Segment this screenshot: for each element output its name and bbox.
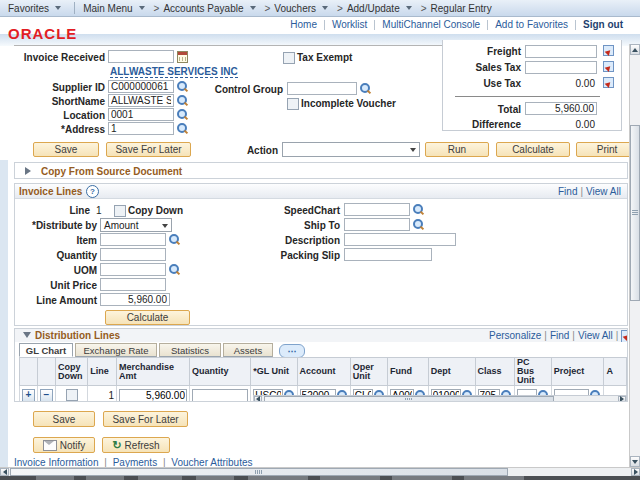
- supplier-name-link[interactable]: ALLWASTE SERVICES INC: [110, 66, 238, 78]
- refresh-button[interactable]: ↻Refresh: [102, 437, 170, 453]
- grid-scrollbar-thumb[interactable]: [264, 396, 554, 402]
- view-all-link[interactable]: View All: [586, 186, 621, 197]
- calendar-icon[interactable]: [177, 51, 188, 63]
- show-all-columns-icon[interactable]: ⋯: [279, 344, 305, 358]
- incomplete-voucher-label: Incomplete Voucher: [301, 98, 396, 109]
- notify-button[interactable]: Notify: [33, 437, 95, 453]
- tab-gl-chart[interactable]: GL Chart: [19, 343, 73, 357]
- distribute-by-select[interactable]: Amount: [100, 218, 172, 232]
- supplier-id-input[interactable]: [108, 80, 174, 93]
- incomplete-voucher-checkbox[interactable]: [287, 98, 299, 110]
- location-lookup-icon[interactable]: [177, 109, 188, 120]
- scroll-left-button[interactable]: [0, 468, 9, 476]
- row-copy-down-checkbox[interactable]: [66, 389, 78, 401]
- control-group-label: Control Group: [180, 84, 283, 95]
- col-dept: Dept: [428, 358, 475, 386]
- location-input[interactable]: [108, 108, 174, 121]
- multichannel-console-link[interactable]: MultiChannel Console: [382, 19, 480, 30]
- freight-calculate-icon[interactable]: [603, 45, 614, 56]
- line-amount-input[interactable]: [100, 293, 170, 306]
- packing-slip-label: Packing Slip: [243, 250, 340, 261]
- tab-statistics[interactable]: Statistics: [159, 343, 221, 357]
- horizontal-scrollbar[interactable]: [0, 467, 640, 476]
- dist-view-all-link[interactable]: View All: [578, 330, 613, 341]
- uom-lookup-icon[interactable]: [169, 264, 180, 275]
- col-line: Line: [88, 358, 117, 386]
- tax-exempt-label: Tax Exempt: [297, 52, 352, 63]
- invoice-lines-header: [15, 184, 627, 199]
- help-icon[interactable]: ?: [86, 185, 99, 198]
- chevron-down-icon: [139, 6, 145, 10]
- divider: [374, 20, 375, 30]
- control-group-input[interactable]: [287, 82, 357, 95]
- item-input[interactable]: [100, 233, 166, 246]
- horizontal-scrollbar-thumb[interactable]: [10, 468, 508, 476]
- taskbar-edge: [0, 476, 640, 480]
- footer-save-for-later-button[interactable]: Save For Later: [103, 411, 188, 427]
- tax-exempt-checkbox[interactable]: [283, 52, 295, 64]
- uom-input[interactable]: [100, 263, 166, 276]
- tab-assets[interactable]: Assets: [223, 343, 273, 357]
- grid-horizontal-scrollbar[interactable]: [253, 395, 627, 402]
- download-grid-icon[interactable]: [621, 330, 627, 342]
- merchandise-amt-input[interactable]: [119, 389, 187, 403]
- ship-to-label: Ship To: [243, 220, 340, 231]
- unit-price-input[interactable]: [100, 278, 166, 291]
- ship-to-lookup-icon[interactable]: [413, 219, 424, 230]
- breadcrumb-add-update[interactable]: Add/Update: [347, 3, 400, 14]
- row-quantity-input[interactable]: [192, 389, 248, 403]
- delete-row-button[interactable]: −: [40, 389, 53, 402]
- scroll-up-button[interactable]: [630, 44, 640, 55]
- run-button[interactable]: Run: [425, 142, 489, 157]
- vertical-scrollbar-thumb[interactable]: [630, 125, 640, 301]
- breadcrumb-vouchers[interactable]: Vouchers: [274, 3, 316, 14]
- tab-exchange-rate[interactable]: Exchange Rate: [75, 343, 157, 357]
- item-lookup-icon[interactable]: [169, 234, 180, 245]
- main-menu[interactable]: Main Menu: [83, 3, 132, 14]
- dist-find-link[interactable]: Find: [550, 330, 569, 341]
- control-group-lookup-icon[interactable]: [360, 83, 371, 94]
- description-input[interactable]: [344, 233, 456, 246]
- worklist-link[interactable]: Worklist: [332, 19, 367, 30]
- footer-save-button[interactable]: Save: [33, 411, 95, 427]
- sign-out-link[interactable]: Sign out: [583, 19, 623, 30]
- sales-tax-input[interactable]: [525, 61, 597, 74]
- copy-from-source-title: Copy From Source Document: [41, 166, 182, 177]
- scroll-down-button[interactable]: [630, 456, 640, 467]
- quantity-input[interactable]: [100, 248, 166, 261]
- add-row-button[interactable]: +: [22, 389, 35, 402]
- save-button[interactable]: Save: [33, 142, 99, 157]
- sales-tax-calculate-icon[interactable]: [603, 61, 614, 72]
- personalize-link[interactable]: Personalize: [489, 330, 541, 341]
- home-link[interactable]: Home: [290, 19, 317, 30]
- total-input[interactable]: [525, 102, 597, 115]
- collapse-arrow-icon[interactable]: [23, 332, 31, 338]
- copy-from-source-section[interactable]: Copy From Source Document: [14, 162, 628, 179]
- add-to-favorites-link[interactable]: Add to Favorites: [495, 19, 568, 30]
- grid-scroll-left-button[interactable]: [254, 396, 262, 402]
- shortname-input[interactable]: [108, 94, 174, 107]
- speedchart-input[interactable]: [344, 203, 410, 216]
- freight-input[interactable]: [525, 45, 597, 58]
- find-link[interactable]: Find: [558, 186, 577, 197]
- expand-arrow-icon[interactable]: [25, 167, 31, 175]
- scroll-right-button[interactable]: [631, 468, 640, 476]
- save-for-later-button[interactable]: Save For Later: [106, 142, 191, 157]
- breadcrumb-accounts-payable[interactable]: Accounts Payable: [163, 3, 243, 14]
- invoice-received-input[interactable]: [108, 50, 174, 63]
- address-lookup-icon[interactable]: [177, 123, 188, 134]
- col-quantity: Quantity: [189, 358, 250, 386]
- shortname-lookup-icon[interactable]: [177, 95, 188, 106]
- action-select[interactable]: [282, 142, 420, 157]
- grid-scroll-right-button[interactable]: [618, 396, 626, 402]
- use-tax-calculate-icon[interactable]: [603, 77, 614, 88]
- ship-to-input[interactable]: [344, 218, 410, 231]
- packing-slip-input[interactable]: [344, 248, 432, 261]
- favorites-menu[interactable]: Favorites: [8, 3, 49, 14]
- address-input[interactable]: [108, 122, 174, 135]
- speedchart-lookup-icon[interactable]: [413, 204, 424, 215]
- line-calculate-button[interactable]: Calculate: [105, 310, 190, 325]
- vertical-scrollbar[interactable]: [629, 44, 640, 467]
- calculate-button[interactable]: Calculate: [496, 142, 570, 157]
- copy-down-checkbox[interactable]: [114, 205, 126, 217]
